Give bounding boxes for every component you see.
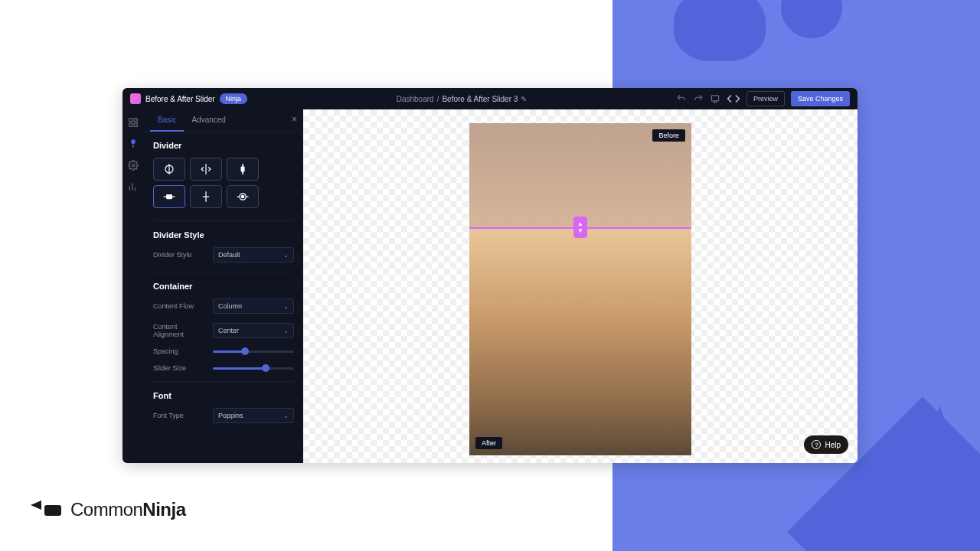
chevron-down-icon: ⌄ — [283, 412, 289, 419]
help-button[interactable]: ? Help — [804, 435, 848, 454]
topbar-actions: Preview Save Changes — [676, 91, 850, 106]
divider-style-label: Divider Style — [153, 251, 207, 259]
arrow-down-icon: ▼ — [577, 227, 583, 234]
font-title: Font — [153, 391, 294, 400]
edit-name-icon[interactable]: ✎ — [521, 95, 527, 103]
tier-badge: Ninja — [220, 93, 248, 104]
svg-point-20 — [241, 195, 243, 197]
app-body: Basic Advanced × Divider Divider Style — [122, 109, 858, 463]
spacing-slider[interactable] — [213, 350, 294, 353]
icon-rail — [122, 109, 144, 463]
tab-advanced[interactable]: Advanced — [184, 109, 233, 131]
rail-analytics-icon[interactable] — [128, 181, 139, 192]
preview-button[interactable]: Preview — [746, 91, 785, 106]
svg-rect-3 — [129, 123, 132, 126]
divider-option-6[interactable] — [227, 185, 259, 208]
container-section: Container Content Flow Column⌄ Content A… — [153, 272, 294, 372]
panel-tabs: Basic Advanced × — [144, 109, 303, 132]
device-icon[interactable] — [710, 93, 720, 104]
breadcrumb-current[interactable]: Before & After Slider 3 — [442, 95, 518, 103]
after-label: After — [475, 437, 502, 449]
container-title: Container — [153, 282, 294, 291]
chevron-down-icon: ⌄ — [283, 252, 289, 259]
svg-rect-0 — [711, 96, 718, 101]
divider-style-section: Divider Style Divider Style Default⌄ — [153, 220, 294, 262]
close-icon[interactable]: × — [292, 114, 297, 125]
divider-handle[interactable]: ▲ ▼ — [573, 217, 587, 238]
before-label: Before — [652, 129, 685, 142]
bg-shape — [674, 0, 766, 61]
divider-option-3[interactable] — [227, 158, 259, 181]
after-image — [469, 227, 691, 455]
code-icon[interactable] — [727, 93, 740, 105]
bg-shape — [781, 0, 842, 38]
app-logo — [130, 93, 141, 104]
tab-basic[interactable]: Basic — [150, 109, 184, 132]
font-type-label: Font Type — [153, 412, 207, 419]
chevron-down-icon: ⌄ — [283, 328, 289, 334]
svg-point-5 — [132, 145, 134, 147]
content-align-select[interactable]: Center⌄ — [213, 323, 294, 338]
content-flow-label: Content Flow — [153, 302, 207, 310]
brand-footer: CommonNinja — [31, 499, 186, 520]
save-button[interactable]: Save Changes — [791, 91, 850, 106]
content-flow-select[interactable]: Column⌄ — [213, 298, 294, 314]
divider-section-title: Divider — [153, 141, 294, 150]
divider-option-4[interactable] — [153, 185, 185, 208]
help-icon: ? — [812, 440, 821, 449]
breadcrumb: Dashboard / Before & After Slider 3 ✎ — [247, 95, 676, 103]
svg-rect-16 — [167, 195, 172, 199]
breadcrumb-root[interactable]: Dashboard — [397, 95, 434, 103]
app-window: Before & After Slider Ninja Dashboard / … — [122, 88, 858, 463]
slider-size-label: Slider Size — [153, 364, 207, 372]
app-name: Before & After Slider — [145, 95, 215, 103]
rail-layout-icon[interactable] — [128, 117, 139, 128]
svg-rect-1 — [129, 119, 132, 122]
svg-rect-4 — [134, 123, 137, 126]
divider-option-1[interactable] — [153, 158, 185, 181]
svg-rect-14 — [241, 168, 243, 171]
svg-rect-2 — [134, 119, 137, 122]
spacing-label: Spacing — [153, 347, 207, 355]
divider-option-2[interactable] — [190, 158, 222, 181]
divider-grid — [153, 158, 294, 208]
redo-icon[interactable] — [693, 93, 704, 104]
slider-size-slider[interactable] — [213, 367, 294, 370]
sidebar-panel: Basic Advanced × Divider Divider Style — [144, 109, 303, 463]
divider-option-5[interactable] — [190, 185, 222, 208]
help-label: Help — [825, 441, 841, 449]
rail-design-icon[interactable] — [128, 139, 139, 149]
topbar-left: Before & After Slider Ninja — [130, 93, 247, 104]
svg-point-6 — [132, 164, 135, 167]
font-type-select[interactable]: Poppins⌄ — [213, 408, 294, 423]
divider-style-title: Divider Style — [153, 230, 294, 240]
undo-icon[interactable] — [676, 93, 687, 104]
chevron-down-icon: ⌄ — [283, 303, 289, 310]
divider-style-select[interactable]: Default⌄ — [213, 247, 294, 262]
before-after-preview[interactable]: ▲ ▼ Before After — [469, 123, 691, 455]
canvas: ▲ ▼ Before After ? Help — [303, 109, 858, 463]
arrow-up-icon: ▲ — [577, 220, 583, 227]
brand-icon — [31, 500, 61, 519]
rail-settings-icon[interactable] — [128, 160, 139, 171]
topbar: Before & After Slider Ninja Dashboard / … — [122, 88, 858, 109]
brand-text: CommonNinja — [70, 499, 186, 520]
sidebar-content: Divider Divider Style Divider Style Defa… — [144, 132, 303, 442]
content-align-label: Content Alignment — [153, 323, 207, 338]
breadcrumb-sep: / — [437, 95, 439, 103]
font-section: Font Font Type Poppins⌄ — [153, 381, 294, 423]
